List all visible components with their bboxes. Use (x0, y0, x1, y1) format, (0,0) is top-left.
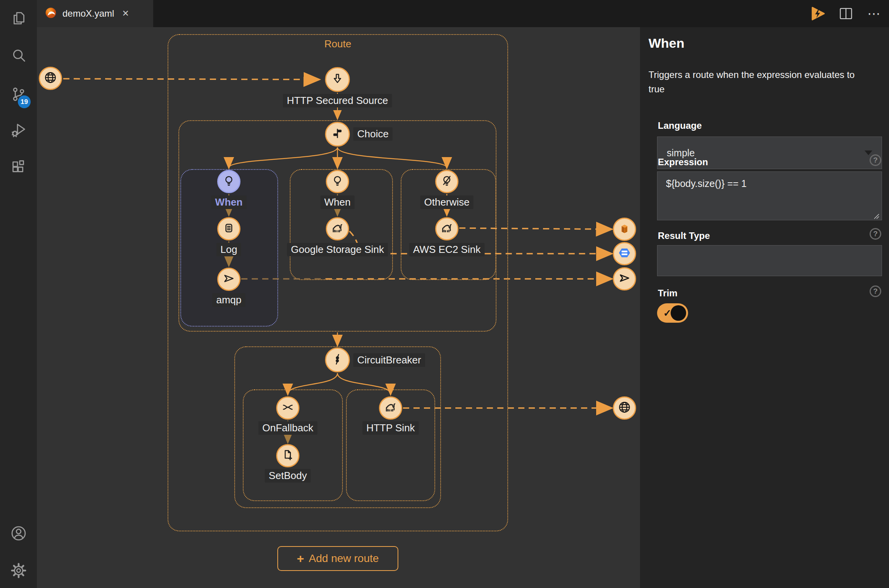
route-container-label: Route (324, 38, 351, 50)
vscode-window: 19 demoX.yaml ✕ (0, 0, 889, 588)
node-label: AWS EC2 Sink (409, 243, 484, 256)
node-label: When (211, 195, 247, 209)
google-storage-endpoint[interactable] (613, 242, 636, 265)
signpost-icon (330, 126, 344, 142)
lightbulb-icon (330, 174, 344, 189)
node-label: When (320, 195, 355, 209)
tab-demox-yaml[interactable]: demoX.yaml ✕ (37, 0, 153, 27)
lightbulb-slash-icon (440, 174, 454, 189)
node-label: HTTP Sink (362, 421, 419, 435)
node-label: Otherwise (420, 195, 473, 209)
split-editor-icon[interactable] (838, 5, 854, 22)
when-config-panel: When Triggers a route when the expressio… (640, 27, 889, 588)
node-onfallback[interactable] (276, 396, 299, 420)
amqp-endpoint[interactable] (613, 267, 636, 291)
send-arrow-icon (617, 271, 631, 287)
panel-description: Triggers a route when the expression eva… (649, 67, 872, 96)
expression-help-icon[interactable]: ? (870, 154, 881, 166)
node-label: HTTP Secured Source (283, 94, 392, 107)
explorer-icon[interactable] (10, 9, 28, 27)
node-label: CircuitBreaker (353, 353, 425, 367)
activity-bar: 19 (0, 0, 37, 588)
more-actions-icon[interactable]: ⋯ (866, 5, 882, 22)
search-icon[interactable] (10, 47, 28, 64)
node-label: SetBody (265, 469, 311, 483)
http-source-endpoint[interactable] (39, 67, 62, 90)
settings-gear-icon[interactable] (10, 562, 28, 579)
plus-icon: + (297, 552, 304, 566)
node-choice[interactable] (325, 122, 350, 147)
node-log[interactable] (217, 217, 240, 240)
node-circuitbreaker[interactable] (325, 348, 350, 372)
aws-ec2-icon (617, 221, 631, 237)
editor-actions: ⋯ (810, 0, 882, 27)
run-camel-icon[interactable] (810, 5, 826, 22)
camel-icon (384, 400, 398, 416)
switch-knob (671, 305, 686, 321)
log-icon (222, 221, 236, 237)
arrow-down-icon (330, 72, 344, 87)
http-sink-endpoint[interactable] (613, 396, 636, 420)
aws-ec2-endpoint[interactable] (613, 218, 636, 241)
crossed-waves-icon (281, 400, 295, 416)
check-icon: ✓ (663, 308, 671, 319)
tab-close-icon[interactable]: ✕ (122, 9, 129, 19)
globe-icon (617, 400, 631, 416)
node-label: OnFallback (258, 421, 317, 435)
camel-file-icon (45, 7, 57, 21)
trim-switch[interactable]: ✓ (657, 303, 688, 323)
run-debug-icon[interactable] (10, 121, 28, 139)
panel-title: When (649, 36, 685, 51)
node-aws-ec2-sink[interactable] (435, 217, 458, 240)
node-label: Google Storage Sink (287, 243, 388, 256)
node-label: Log (216, 243, 241, 256)
node-http-secured-source[interactable] (325, 67, 350, 92)
circuit-breaker-icon (330, 352, 344, 368)
google-storage-icon (617, 246, 631, 261)
language-label: Language (658, 120, 702, 131)
chevron-down-icon (865, 150, 872, 155)
editor-tab-bar: demoX.yaml ✕ ⋯ (37, 0, 889, 27)
expression-label: Expression (658, 157, 708, 168)
result-type-input[interactable] (657, 245, 882, 276)
node-label: amqp (212, 293, 245, 307)
route-canvas[interactable]: Route (37, 27, 640, 588)
extensions-icon[interactable] (10, 158, 28, 176)
node-amqp[interactable] (217, 268, 240, 291)
node-google-storage-sink[interactable] (326, 217, 349, 240)
scm-badge: 19 (18, 95, 31, 108)
result-type-label: Result Type (658, 230, 710, 241)
add-new-route-label: Add new route (309, 552, 379, 565)
expression-input[interactable]: ${body.size()} == 1 (657, 171, 882, 220)
tab-title: demoX.yaml (62, 8, 114, 19)
node-when2[interactable] (326, 170, 349, 193)
result-type-help-icon[interactable]: ? (870, 228, 881, 240)
account-icon[interactable] (10, 524, 28, 542)
trim-help-icon[interactable]: ? (870, 285, 881, 297)
node-label: Choice (353, 127, 393, 141)
add-new-route-button[interactable]: + Add new route (277, 546, 398, 571)
camel-icon (440, 221, 454, 237)
globe-icon (43, 71, 57, 86)
lightbulb-icon (222, 174, 236, 189)
node-when-selected[interactable] (217, 170, 240, 193)
trim-label: Trim (658, 288, 678, 299)
file-plus-icon (281, 448, 295, 463)
camel-icon (330, 221, 344, 237)
node-http-sink[interactable] (379, 396, 402, 420)
send-arrow-icon (222, 272, 236, 287)
node-setbody[interactable] (276, 444, 299, 467)
node-otherwise[interactable] (435, 170, 458, 193)
